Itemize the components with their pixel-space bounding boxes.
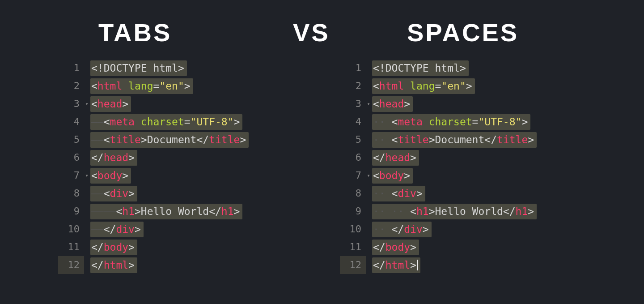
code-line[interactable]: 4——<meta charset="UTF-8"> bbox=[58, 113, 249, 131]
fold-chevron-icon[interactable]: ▾ bbox=[84, 167, 90, 184]
space-indent-guide: ·· bbox=[373, 131, 392, 149]
tab-indent-guide: —— bbox=[91, 184, 104, 202]
code-line[interactable]: 2<html lang="en"> bbox=[58, 77, 249, 95]
code-line[interactable]: 7▾<body> bbox=[58, 167, 249, 184]
token-p bbox=[135, 113, 141, 131]
token-p: < bbox=[91, 167, 97, 184]
token-p: > bbox=[184, 77, 191, 95]
code-line[interactable]: 10——</div> bbox=[58, 220, 249, 238]
token-at: lang bbox=[128, 77, 153, 95]
fold-chevron-icon[interactable]: ▾ bbox=[84, 95, 90, 113]
token-tg: head bbox=[104, 149, 128, 167]
code-line[interactable]: 3▾<head> bbox=[58, 95, 249, 113]
line-number: 12 bbox=[340, 256, 366, 274]
token-tg: title bbox=[398, 131, 428, 149]
code-content[interactable]: <html lang="en"> bbox=[90, 78, 193, 94]
code-line[interactable]: 6</head> bbox=[58, 149, 249, 167]
line-number: 10 bbox=[58, 220, 84, 238]
line-number: 5 bbox=[58, 131, 84, 149]
token-tg: title bbox=[209, 131, 240, 149]
code-content[interactable]: ————<h1>Hello World</h1> bbox=[90, 204, 242, 219]
line-number: 7 bbox=[340, 167, 366, 184]
code-content[interactable]: </html> bbox=[372, 257, 420, 273]
line-number: 2 bbox=[340, 77, 366, 95]
line-number: 2 bbox=[58, 77, 84, 95]
code-editor-spaces[interactable]: 1<!DOCTYPE html>2<html lang="en">3▾<head… bbox=[340, 59, 537, 274]
token-txt: Document bbox=[147, 131, 197, 149]
code-content[interactable]: </html> bbox=[90, 257, 137, 273]
code-content[interactable]: <body> bbox=[90, 168, 131, 184]
code-line[interactable]: 4·· <meta charset="UTF-8"> bbox=[340, 113, 537, 131]
code-content[interactable]: ——<div> bbox=[90, 186, 137, 201]
fold-chevron-icon[interactable]: ▾ bbox=[366, 167, 372, 184]
code-line[interactable]: 5——<title>Document</title> bbox=[58, 131, 249, 149]
code-content[interactable]: </body> bbox=[372, 240, 419, 255]
code-content[interactable]: ·· <div> bbox=[372, 186, 425, 201]
code-content[interactable]: ·· <meta charset="UTF-8"> bbox=[372, 114, 530, 130]
token-p: < bbox=[392, 184, 398, 202]
token-doctype: !DOCTYPE bbox=[97, 59, 153, 77]
code-line[interactable]: 12</html> bbox=[58, 256, 249, 274]
code-line[interactable]: 11</body> bbox=[58, 238, 249, 256]
token-tg: body bbox=[97, 167, 122, 184]
code-content[interactable]: <!DOCTYPE html> bbox=[90, 60, 187, 76]
code-line[interactable]: 2<html lang="en"> bbox=[340, 77, 537, 95]
code-content[interactable]: ·· ·· <h1>Hello World</h1> bbox=[372, 204, 537, 219]
code-content[interactable]: ——</div> bbox=[90, 222, 144, 237]
code-line[interactable]: 8·· <div> bbox=[340, 184, 537, 202]
token-p: > bbox=[423, 220, 429, 238]
token-p: > bbox=[234, 113, 240, 131]
line-number: 4 bbox=[58, 113, 84, 131]
token-p: > bbox=[521, 113, 528, 131]
token-p: > bbox=[410, 149, 416, 167]
code-content[interactable]: </body> bbox=[90, 240, 137, 255]
token-p bbox=[423, 113, 429, 131]
code-line[interactable]: 11</body> bbox=[340, 238, 537, 256]
code-content[interactable]: <html lang="en"> bbox=[372, 78, 475, 94]
token-at: charset bbox=[429, 113, 472, 131]
code-line[interactable]: 9————<h1>Hello World</h1> bbox=[58, 202, 249, 220]
token-tg: h1 bbox=[221, 202, 234, 220]
token-eq: = bbox=[184, 113, 191, 131]
token-p: > bbox=[410, 256, 416, 274]
token-p: </ bbox=[392, 220, 404, 238]
token-p: </ bbox=[503, 202, 516, 220]
token-p: </ bbox=[91, 238, 104, 256]
code-line[interactable]: 7▾<body> bbox=[340, 167, 537, 184]
token-tg: div bbox=[398, 184, 416, 202]
token-p: > bbox=[404, 95, 410, 113]
tab-indent-guide: ———— bbox=[91, 202, 116, 220]
code-line[interactable]: 12</html> bbox=[340, 256, 537, 274]
fold-chevron-icon[interactable]: ▾ bbox=[366, 95, 372, 113]
code-content[interactable]: <head> bbox=[372, 96, 413, 112]
token-p: < bbox=[104, 113, 110, 131]
line-number: 3 bbox=[340, 95, 366, 113]
code-content[interactable]: <!DOCTYPE html> bbox=[372, 60, 469, 76]
token-tg: body bbox=[104, 238, 128, 256]
code-line[interactable]: 1<!DOCTYPE html> bbox=[58, 59, 249, 77]
code-line[interactable]: 6</head> bbox=[340, 149, 537, 167]
code-content[interactable]: ·· </div> bbox=[372, 222, 432, 237]
code-editor-tabs[interactable]: 1<!DOCTYPE html>2<html lang="en">3▾<head… bbox=[58, 59, 249, 274]
code-content[interactable]: <head> bbox=[90, 96, 131, 112]
heading-spaces: SPACES bbox=[407, 18, 519, 47]
code-line[interactable]: 9·· ·· <h1>Hello World</h1> bbox=[340, 202, 537, 220]
token-p: < bbox=[104, 131, 110, 149]
code-content[interactable]: ·· <title>Document</title> bbox=[372, 132, 537, 148]
code-content[interactable]: <body> bbox=[372, 168, 413, 184]
line-number: 8 bbox=[340, 184, 366, 202]
code-content[interactable]: ——<meta charset="UTF-8"> bbox=[90, 114, 242, 130]
line-number: 3 bbox=[58, 95, 84, 113]
token-p: > bbox=[135, 220, 141, 238]
code-line[interactable]: 10·· </div> bbox=[340, 220, 537, 238]
code-line[interactable]: 1<!DOCTYPE html> bbox=[340, 59, 537, 77]
code-line[interactable]: 5·· <title>Document</title> bbox=[340, 131, 537, 149]
code-content[interactable]: </head> bbox=[90, 150, 137, 166]
token-p: > bbox=[404, 167, 410, 184]
code-content[interactable]: </head> bbox=[372, 150, 419, 166]
code-line[interactable]: 8——<div> bbox=[58, 184, 249, 202]
code-content[interactable]: ——<title>Document</title> bbox=[90, 132, 249, 148]
code-line[interactable]: 3▾<head> bbox=[340, 95, 537, 113]
token-p: < bbox=[91, 95, 97, 113]
token-p: > bbox=[528, 202, 534, 220]
